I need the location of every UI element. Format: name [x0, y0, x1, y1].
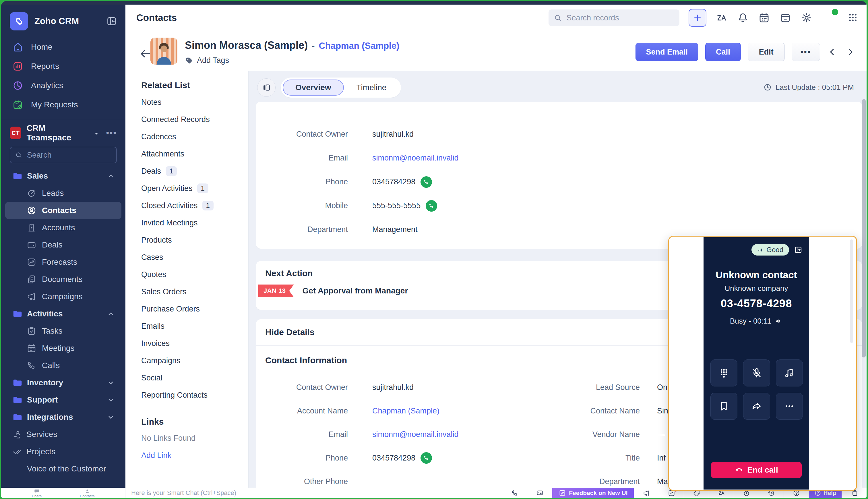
- calendar-icon[interactable]: [758, 12, 770, 24]
- related-item-products[interactable]: Products: [141, 231, 248, 248]
- sidebar-item-leads[interactable]: Leads: [1, 185, 125, 202]
- sidebar-item-my-requests[interactable]: My Requests: [1, 95, 125, 114]
- hold-music-button[interactable]: [776, 360, 803, 387]
- tab-timeline[interactable]: Timeline: [344, 80, 399, 96]
- sidebar-folder-support[interactable]: Support: [1, 391, 125, 409]
- global-search-input[interactable]: [566, 13, 674, 23]
- end-call-button[interactable]: End call: [711, 462, 802, 478]
- edit-button[interactable]: Edit: [748, 43, 785, 61]
- chevron-up-icon[interactable]: [107, 309, 115, 318]
- sidebar-search[interactable]: [10, 147, 117, 163]
- related-item-attachments[interactable]: Attachments: [141, 145, 248, 162]
- sidebar-item-projects[interactable]: Projects: [1, 443, 125, 460]
- call-phone-icon[interactable]: [426, 200, 437, 211]
- smart-chat-input[interactable]: [131, 489, 502, 497]
- call-button[interactable]: Call: [705, 43, 741, 61]
- smart-chat-bar[interactable]: [125, 488, 502, 498]
- sidebar-item-accounts[interactable]: Accounts: [1, 219, 125, 236]
- contact-photo[interactable]: [150, 38, 177, 64]
- zoho-crm-logo-icon[interactable]: [10, 12, 28, 31]
- related-item-invited-meetings[interactable]: Invited Meetings: [141, 214, 248, 231]
- more-actions-button[interactable]: •••: [792, 43, 820, 61]
- tab-overview[interactable]: Overview: [283, 80, 344, 96]
- speaker-icon[interactable]: [775, 317, 783, 325]
- expand-call-window-icon[interactable]: [794, 245, 803, 254]
- sidebar-item-campaigns[interactable]: Campaigns: [1, 288, 125, 305]
- panel-toggle-button[interactable]: [257, 78, 275, 97]
- notifications-bell-icon[interactable]: [737, 12, 749, 24]
- dock-contacts[interactable]: Contacts: [80, 488, 95, 498]
- bookmark-button[interactable]: [710, 393, 737, 420]
- sidebar-item-forecasts[interactable]: Forecasts: [1, 254, 125, 271]
- apps-grid-icon[interactable]: [847, 12, 859, 24]
- sidebar-item-contacts[interactable]: Contacts: [5, 202, 121, 219]
- sidebar-item-deals[interactable]: Deals: [1, 236, 125, 254]
- chevron-down-icon[interactable]: [107, 378, 115, 387]
- related-item-sales-orders[interactable]: Sales Orders: [141, 283, 248, 300]
- sidebar-collapse-icon[interactable]: [106, 15, 117, 27]
- email-link[interactable]: simonm@noemail.invalid: [372, 154, 459, 162]
- sidebar-item-reports[interactable]: Reports: [1, 57, 125, 76]
- account-name-link[interactable]: Chapman (Sample): [372, 406, 439, 415]
- dock-chats[interactable]: Chats: [32, 488, 42, 498]
- sidebar-folder-activities[interactable]: Activities: [1, 305, 125, 322]
- call-phone-icon[interactable]: [421, 452, 432, 464]
- announcements-megaphone-icon[interactable]: [634, 488, 659, 498]
- transfer-button[interactable]: [743, 393, 770, 420]
- related-item-open-activities[interactable]: Open Activities1: [141, 180, 248, 197]
- sidebar-item-calls[interactable]: Calls: [1, 357, 125, 374]
- mailbox-icon[interactable]: [779, 12, 791, 24]
- call-phone-icon[interactable]: [421, 176, 432, 188]
- sidebar-item-home[interactable]: Home: [1, 37, 125, 57]
- previous-record-icon[interactable]: [827, 47, 838, 58]
- teamspace-selector[interactable]: CT CRM Teamspace •••: [1, 122, 125, 144]
- mute-button[interactable]: [743, 360, 770, 387]
- user-avatar[interactable]: [822, 10, 838, 26]
- sidebar-item-documents[interactable]: Documents: [1, 271, 125, 288]
- next-record-icon[interactable]: [845, 47, 856, 58]
- related-item-purchase-orders[interactable]: Purchase Orders: [141, 300, 248, 318]
- chevron-up-icon[interactable]: [107, 172, 115, 180]
- sidebar-folder-inventory[interactable]: Inventory: [1, 374, 125, 391]
- sidebar-item-analytics[interactable]: Analytics: [1, 76, 125, 95]
- email-link[interactable]: simonm@noemail.invalid: [372, 430, 459, 439]
- next-action-text[interactable]: Get Apporval from Manager: [302, 286, 408, 295]
- sidebar-item-voice-of-the-customer[interactable]: Voice of the Customer: [1, 460, 125, 477]
- related-item-connected-records[interactable]: Connected Records: [141, 111, 248, 128]
- feedback-button[interactable]: Feedback on New UI: [552, 488, 634, 498]
- back-arrow-icon[interactable]: [139, 47, 151, 60]
- related-item-quotes[interactable]: Quotes: [141, 266, 248, 283]
- keypad-button[interactable]: [710, 360, 737, 387]
- send-email-button[interactable]: Send Email: [635, 43, 699, 61]
- call-widget-scrollbar[interactable]: [850, 240, 853, 343]
- sidebar-item-meetings[interactable]: Meetings: [1, 340, 125, 357]
- page-scrollbar-thumb[interactable]: [862, 99, 866, 357]
- sidebar-folder-sales[interactable]: Sales: [1, 167, 125, 185]
- sidebar-item-tasks[interactable]: Tasks: [1, 322, 125, 340]
- quick-create-button[interactable]: [689, 9, 706, 27]
- screen-share-icon[interactable]: [527, 488, 552, 498]
- account-link[interactable]: Chapman (Sample): [319, 41, 399, 51]
- related-item-cadences[interactable]: Cadences: [141, 128, 248, 145]
- sidebar-item-services[interactable]: Services: [1, 426, 125, 443]
- add-tags[interactable]: Add Tags: [185, 56, 229, 65]
- related-item-social[interactable]: Social: [141, 369, 248, 387]
- dialer-phone-icon[interactable]: [502, 488, 527, 498]
- related-item-cases[interactable]: Cases: [141, 248, 248, 266]
- chevron-down-icon[interactable]: [107, 395, 115, 404]
- sidebar-folder-integrations[interactable]: Integrations: [1, 409, 125, 426]
- related-item-emails[interactable]: Emails: [141, 318, 248, 335]
- teamspace-more-icon[interactable]: •••: [106, 128, 117, 138]
- zia-icon[interactable]: [716, 12, 728, 24]
- chevron-down-icon[interactable]: [107, 413, 115, 422]
- more-call-options-button[interactable]: [776, 393, 803, 420]
- global-search[interactable]: [548, 10, 679, 26]
- related-item-closed-activities[interactable]: Closed Activities1: [141, 197, 248, 214]
- add-link-button[interactable]: Add Link: [141, 447, 248, 464]
- settings-gear-icon[interactable]: [801, 12, 813, 24]
- related-item-campaigns[interactable]: Campaigns: [141, 352, 248, 369]
- related-item-notes[interactable]: Notes: [141, 94, 248, 111]
- related-item-deals[interactable]: Deals1: [141, 162, 248, 180]
- related-item-invoices[interactable]: Invoices: [141, 335, 248, 352]
- related-item-reporting-contacts[interactable]: Reporting Contacts: [141, 387, 248, 404]
